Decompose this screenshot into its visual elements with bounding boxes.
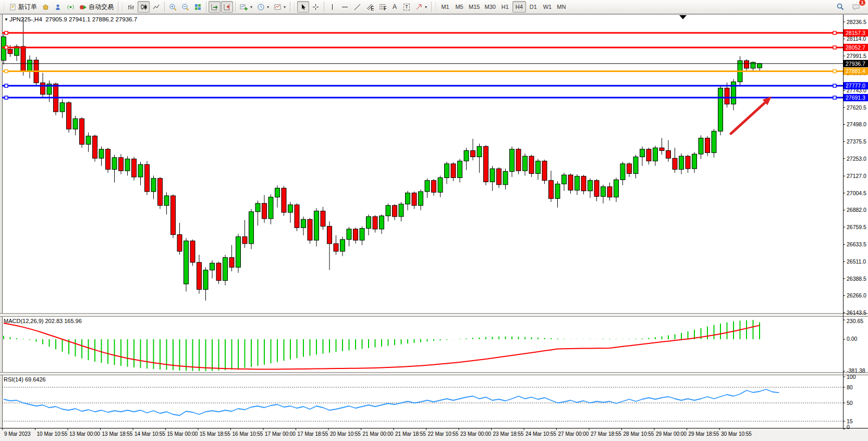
candle bbox=[620, 164, 625, 180]
price-tick-label: 27991.5 bbox=[847, 53, 866, 59]
timeframe-group: M1M5M15M30H1H4D1W1MN bbox=[438, 1, 568, 13]
trendline-icon bbox=[353, 3, 361, 11]
candle bbox=[125, 159, 130, 171]
candle bbox=[699, 138, 703, 154]
candle bbox=[477, 147, 482, 157]
equidistant-channel-button[interactable]: E bbox=[364, 1, 376, 13]
candle bbox=[158, 178, 163, 206]
auto-trading-button[interactable]: 自动交易 bbox=[77, 1, 116, 13]
new-chart-icon bbox=[240, 3, 248, 11]
candle bbox=[255, 204, 260, 212]
toolbar-grip bbox=[3, 2, 5, 11]
bar-chart-button[interactable] bbox=[125, 1, 137, 13]
cursor-button[interactable] bbox=[297, 1, 309, 13]
time-tick-label: 13 Mar 18:55 bbox=[102, 431, 133, 437]
timeframe-H4[interactable]: H4 bbox=[512, 1, 526, 13]
periods-button[interactable]: ▾ bbox=[255, 1, 271, 13]
timeframe-D1[interactable]: D1 bbox=[527, 1, 540, 13]
candle bbox=[458, 161, 462, 178]
time-tick-label: 15 Mar 00:00 bbox=[167, 431, 198, 437]
crosshair-button[interactable] bbox=[310, 1, 322, 13]
candle bbox=[549, 181, 554, 199]
tile-windows-button[interactable] bbox=[192, 1, 204, 13]
candle bbox=[216, 263, 221, 280]
profile-icon bbox=[42, 3, 50, 11]
price-badge: 27881.4 bbox=[843, 68, 868, 75]
timeframe-H1[interactable]: H1 bbox=[498, 1, 512, 13]
timeframe-M30[interactable]: M30 bbox=[482, 1, 497, 13]
time-tick-label: 20 Mar 10:55 bbox=[330, 431, 361, 437]
svg-text:28052.7: 28052.7 bbox=[846, 44, 865, 51]
candle bbox=[659, 148, 664, 150]
line-handle[interactable] bbox=[833, 46, 836, 49]
line-handle[interactable] bbox=[833, 84, 836, 87]
price-tick-label: 27498.0 bbox=[847, 121, 866, 127]
periods-clock-icon bbox=[257, 3, 265, 11]
new-order-button[interactable]: 新订单 bbox=[7, 1, 39, 13]
profile-button[interactable] bbox=[40, 1, 52, 13]
toolbar-separator bbox=[324, 2, 324, 12]
zoom-in-button[interactable] bbox=[167, 1, 179, 13]
horizontal-line-button[interactable] bbox=[339, 1, 351, 13]
candle bbox=[41, 83, 45, 94]
search-icon bbox=[836, 3, 845, 11]
templates-button[interactable]: ▾ bbox=[272, 1, 288, 13]
price-badge: 27691.3 bbox=[843, 94, 868, 101]
mt4-window: 新订单 自动交易 bbox=[0, 0, 868, 441]
svg-text:27936.7: 27936.7 bbox=[846, 61, 865, 67]
price-badge: 28052.7 bbox=[843, 44, 868, 51]
candle bbox=[594, 181, 599, 197]
line-handle[interactable] bbox=[5, 84, 8, 87]
zoom-out-button[interactable] bbox=[179, 1, 191, 13]
trendline-button[interactable] bbox=[351, 1, 363, 13]
arrows-button[interactable]: ▾ bbox=[413, 1, 429, 13]
pane-splitter[interactable] bbox=[0, 313, 868, 317]
search-button[interactable] bbox=[834, 1, 847, 13]
candle bbox=[555, 184, 560, 198]
fibonacci-button[interactable]: F bbox=[376, 1, 388, 13]
fibonacci-icon: F bbox=[378, 3, 386, 11]
chevron-down-icon: ▾ bbox=[250, 5, 252, 9]
toolbar-separator bbox=[431, 2, 432, 12]
candle bbox=[334, 244, 338, 252]
candle bbox=[171, 196, 176, 235]
candle bbox=[112, 158, 117, 170]
price-tick-label: 27253.0 bbox=[847, 156, 866, 162]
line-handle[interactable] bbox=[5, 70, 8, 73]
candle bbox=[164, 196, 169, 206]
line-handle[interactable] bbox=[833, 70, 836, 73]
toolbar-separator bbox=[206, 2, 206, 12]
candle bbox=[640, 149, 645, 157]
line-handle[interactable] bbox=[5, 96, 8, 99]
candle bbox=[646, 149, 651, 161]
price-badge: 27777.0 bbox=[843, 82, 868, 89]
new-chart-button[interactable]: ▾ bbox=[238, 1, 254, 13]
signals-button[interactable] bbox=[65, 1, 77, 13]
timeframe-M1[interactable]: M1 bbox=[438, 1, 452, 13]
time-tick-label: 16 Mar 10:55 bbox=[233, 431, 263, 437]
timeframe-W1[interactable]: W1 bbox=[541, 1, 554, 13]
candle bbox=[588, 181, 593, 191]
timeframe-MN[interactable]: MN bbox=[555, 1, 568, 13]
chart-shift-button[interactable] bbox=[221, 1, 233, 13]
line-handle[interactable] bbox=[833, 96, 836, 99]
market-watch-button[interactable] bbox=[52, 1, 64, 13]
line-handle[interactable] bbox=[833, 31, 836, 34]
chart-title[interactable]: ▼ JPN225-,H4 27905.9 27941.1 27886.2 279… bbox=[4, 16, 137, 22]
candle bbox=[28, 60, 32, 71]
timeframe-M15[interactable]: M15 bbox=[467, 1, 482, 13]
chart-canvas[interactable]: 28236.528114.027991.527869.027743.027620… bbox=[0, 0, 868, 441]
candle bbox=[373, 217, 377, 229]
vertical-line-button[interactable] bbox=[326, 1, 338, 13]
candlestick-chart-button[interactable] bbox=[138, 1, 150, 13]
timeframe-M5[interactable]: M5 bbox=[453, 1, 466, 13]
line-handle[interactable] bbox=[5, 46, 8, 49]
zoom-in-icon bbox=[169, 3, 177, 11]
line-handle[interactable] bbox=[5, 31, 8, 34]
line-chart-button[interactable] bbox=[150, 1, 162, 13]
auto-scroll-button[interactable] bbox=[209, 1, 221, 13]
text-label-button[interactable]: T bbox=[401, 1, 412, 13]
text-button[interactable]: A bbox=[389, 1, 400, 13]
candle bbox=[210, 263, 215, 270]
notifications-button[interactable]: 1 bbox=[850, 1, 863, 13]
